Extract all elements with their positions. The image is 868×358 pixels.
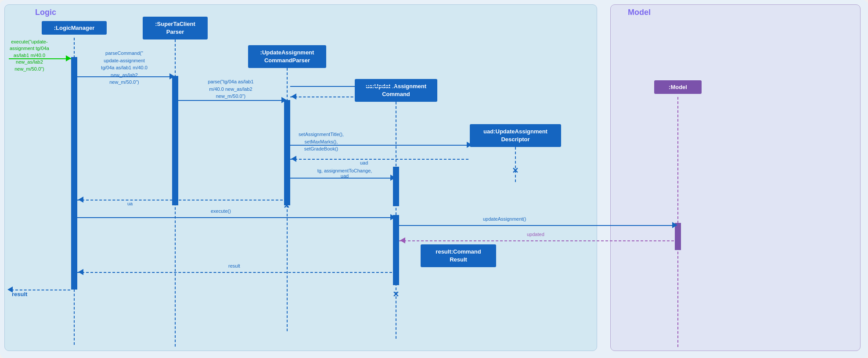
- arrowhead-ua-return: [78, 197, 83, 203]
- arrowhead-execute-in: [66, 55, 71, 61]
- updateparser-destroy: ✕: [283, 201, 290, 211]
- arrowhead-result-return: [78, 269, 83, 275]
- update-assignment-descriptor-box: uad:UpdateAssignmentDescriptor: [470, 124, 561, 147]
- arrow-result-out: [11, 290, 70, 290]
- arrow-create: [290, 86, 392, 87]
- label-execute-cmd: execute(): [211, 208, 231, 214]
- label-setter: setAssignmentTitle(),setMaxMarks(),setGr…: [299, 131, 344, 153]
- updateparser-activation: [284, 100, 290, 205]
- label-updated: updated: [527, 232, 544, 237]
- descriptor-destroy: ✕: [512, 166, 519, 175]
- arrow-execute-cmd: [77, 217, 392, 218]
- arrow-ua-return: [77, 200, 283, 200]
- diagram-container: Logic Model :LogicManager :SuperTaClient…: [0, 0, 868, 358]
- arrowhead-uad-return: [291, 156, 296, 162]
- super-ta-parser-box: :SuperTaClientParser: [143, 17, 208, 39]
- updatecmd-activation2: [393, 215, 399, 285]
- arrow-parse: [178, 100, 283, 101]
- descriptor-lifeline: [515, 147, 516, 182]
- model-box: :Model: [654, 80, 702, 94]
- logic-section-label: Logic: [35, 8, 56, 17]
- label-parsecmd: parseCommand("update-assignmenttg/04a as…: [78, 50, 170, 86]
- arrowhead-updateassign: [672, 222, 677, 228]
- updatecmd-destroy: ✕: [393, 290, 399, 299]
- update-assignment-parser-box: :UpdateAssignmentCommandParser: [248, 45, 326, 68]
- arrowhead-updated-return: [400, 237, 405, 243]
- model-lifeline: [677, 97, 678, 347]
- label-uad: uad: [360, 160, 368, 165]
- model-section-label: Model: [628, 8, 651, 17]
- superparser-activation: [172, 76, 178, 205]
- label-parse: parse("tg/04a as/lab1m/40.0 new_as/lab2n…: [179, 78, 282, 100]
- label-tg-uad: tg, assignmentToChange,uad: [294, 168, 395, 179]
- model-section: [610, 4, 861, 351]
- arrow-updateassign: [399, 225, 674, 226]
- logicmanager-activation: [71, 57, 77, 290]
- result-command-result-box: result:CommandResult: [421, 244, 496, 267]
- label-result-out: result: [12, 291, 27, 297]
- arrow-create-return: [290, 97, 392, 97]
- arrowhead-setter: [467, 142, 472, 148]
- arrowhead-create: [390, 83, 396, 89]
- label-result-return: result: [228, 263, 240, 268]
- label-execute-in: execute("update-assignment tg/04aas/lab1…: [10, 39, 49, 72]
- label-updateassign: updateAssignment(): [483, 216, 526, 222]
- update-assignment-command-box: ua:UpdateAssignmentCommand: [355, 79, 437, 102]
- arrow-updated-return: [399, 240, 674, 241]
- arrow-result-return: [77, 272, 392, 273]
- arrowhead-execute-cmd: [390, 214, 396, 220]
- arrow-uad-return: [290, 159, 468, 160]
- logic-manager-box: :LogicManager: [42, 21, 107, 35]
- arrowhead-create-return: [291, 93, 296, 100]
- label-ua: ua: [127, 201, 133, 206]
